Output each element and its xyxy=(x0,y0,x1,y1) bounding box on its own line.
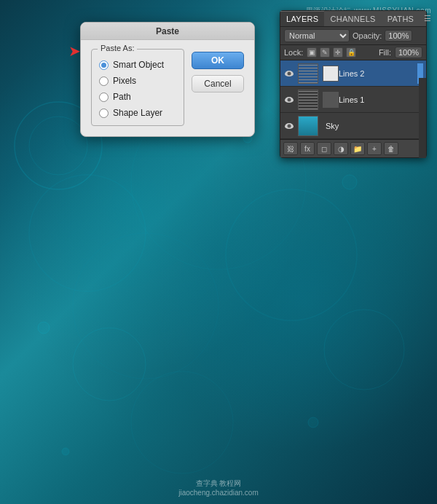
dialog-body: Paste As: Smart Object Pixels Path Shape… xyxy=(81,40,254,126)
tab-channels[interactable]: CHANNELS xyxy=(324,12,381,26)
eye-icon-lines1 xyxy=(285,97,294,103)
tab-layers[interactable]: LAYERS xyxy=(280,11,324,26)
cancel-button[interactable]: Cancel xyxy=(192,75,244,92)
layer-thumb-lines2 xyxy=(298,63,318,84)
svg-point-3 xyxy=(73,233,219,379)
layer-thumb-sky xyxy=(298,116,318,136)
layers-scrollbar[interactable] xyxy=(419,78,426,158)
layer-mask-lines2 xyxy=(323,66,339,82)
svg-point-11 xyxy=(342,175,357,189)
lock-paint-icon[interactable]: ✎ xyxy=(320,47,330,58)
layers-tabs: LAYERS CHANNELS PATHS ☰ xyxy=(280,11,426,27)
lock-move-icon[interactable]: ✛ xyxy=(333,47,343,58)
layer-name-lines1: Lines 1 xyxy=(339,95,423,104)
watermark-bottom: 查字典 教程网 jiaocheng.chazidian.com xyxy=(178,479,259,497)
new-adjustment-button[interactable]: ◑ xyxy=(334,142,348,155)
opacity-input[interactable] xyxy=(385,30,412,42)
watermark-bottom-line2: jiaocheng.chazidian.com xyxy=(178,489,259,497)
fill-input[interactable] xyxy=(395,47,422,58)
thumb-visual-sky xyxy=(299,117,318,135)
radio-smart-object-indicator xyxy=(99,60,109,70)
arrow-indicator: ➤ xyxy=(68,44,81,58)
radio-path[interactable]: Path xyxy=(99,92,176,102)
add-mask-button[interactable]: ◻ xyxy=(317,142,331,155)
dialog-buttons: OK Cancel xyxy=(192,49,244,126)
svg-point-7 xyxy=(131,371,233,473)
svg-point-5 xyxy=(226,189,357,320)
watermark-bottom-line1: 查字典 教程网 xyxy=(178,479,259,489)
ok-button[interactable]: OK xyxy=(192,52,244,69)
radio-path-indicator xyxy=(99,92,109,102)
svg-point-12 xyxy=(62,448,69,455)
layer-row-lines2[interactable]: Lines 2 xyxy=(280,60,426,87)
layer-visibility-lines1[interactable] xyxy=(283,94,295,106)
blend-mode-row: Normal Opacity: xyxy=(280,27,426,45)
layer-row-lines1[interactable]: Lines 1 xyxy=(280,87,426,113)
opacity-label: Opacity: xyxy=(353,31,382,40)
blend-mode-select[interactable]: Normal xyxy=(284,29,350,42)
lock-transparency-icon[interactable]: ▣ xyxy=(307,47,317,58)
eye-icon-lines2 xyxy=(285,71,294,76)
link-layers-button[interactable]: ⛓ xyxy=(283,142,298,155)
radio-smart-object-label: Smart Object xyxy=(113,60,164,70)
lock-row: Lock: ▣ ✎ ✛ 🔒 Fill: xyxy=(280,45,426,60)
layer-thumb-lines1 xyxy=(298,90,318,110)
radio-pixels-indicator xyxy=(99,76,109,86)
radio-shape-layer-label: Shape Layer xyxy=(113,108,162,118)
tab-paths[interactable]: PATHS xyxy=(382,12,420,26)
layer-name-lines2: Lines 2 xyxy=(339,69,414,78)
svg-point-1 xyxy=(29,117,87,175)
radio-pixels-label: Pixels xyxy=(113,76,136,86)
thumb-visual-lines1 xyxy=(299,90,318,109)
layer-row-sky[interactable]: Sky xyxy=(280,113,426,139)
lock-all-icon[interactable]: 🔒 xyxy=(346,47,356,58)
thumb-visual-lines2 xyxy=(299,64,318,83)
panel-menu-button[interactable]: ☰ xyxy=(420,12,436,25)
paste-dialog: Paste Paste As: Smart Object Pixels Path… xyxy=(80,22,255,137)
layer-name-sky: Sky xyxy=(326,122,423,130)
radio-smart-object[interactable]: Smart Object xyxy=(99,60,176,70)
lock-icons: ▣ ✎ ✛ 🔒 xyxy=(307,47,375,58)
svg-point-2 xyxy=(29,175,146,291)
paste-as-fieldset: Paste As: Smart Object Pixels Path Shape… xyxy=(91,49,184,126)
delete-layer-button[interactable]: 🗑 xyxy=(384,142,398,155)
layer-visibility-lines2[interactable] xyxy=(283,68,295,79)
layers-toolbar: ⛓ fx ◻ ◑ 📁 + 🗑 xyxy=(280,139,426,157)
layer-mask-lines1 xyxy=(323,92,339,108)
svg-point-6 xyxy=(73,328,146,401)
svg-point-9 xyxy=(38,322,50,334)
dialog-titlebar: Paste xyxy=(81,23,254,40)
lock-label: Lock: xyxy=(284,48,303,57)
fx-button[interactable]: fx xyxy=(300,142,315,155)
radio-shape-layer-indicator xyxy=(99,109,109,118)
svg-point-13 xyxy=(308,417,318,428)
paste-as-legend: Paste As: xyxy=(98,44,137,52)
new-layer-button[interactable]: + xyxy=(367,142,382,155)
svg-point-8 xyxy=(324,310,404,390)
fill-label: Fill: xyxy=(379,48,391,57)
layers-panel: LAYERS CHANNELS PATHS ☰ Normal Opacity: … xyxy=(280,10,427,158)
radio-shape-layer[interactable]: Shape Layer xyxy=(99,108,176,118)
radio-path-label: Path xyxy=(113,92,131,102)
radio-pixels[interactable]: Pixels xyxy=(99,76,176,86)
new-group-button[interactable]: 📁 xyxy=(350,142,365,155)
layer-visibility-sky[interactable] xyxy=(283,120,295,132)
eye-icon-sky xyxy=(285,123,294,129)
